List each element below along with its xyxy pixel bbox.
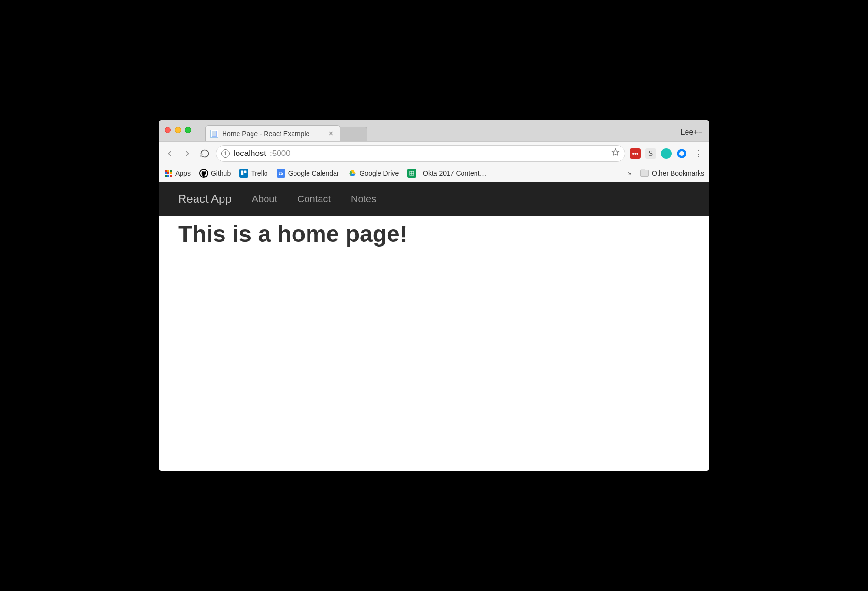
address-bar[interactable]: i localhost:5000 bbox=[216, 145, 625, 162]
svg-point-1 bbox=[678, 150, 686, 157]
extension-lastpass-icon[interactable]: ••• bbox=[630, 148, 641, 159]
bookmark-label: Google Drive bbox=[360, 169, 399, 177]
bookmark-label: Trello bbox=[251, 169, 268, 177]
app-navbar: React App About Contact Notes bbox=[159, 182, 709, 216]
bookmarks-bar: Apps Github Trello 25 Google Calendar Go… bbox=[159, 165, 709, 182]
nav-link-about[interactable]: About bbox=[252, 194, 277, 205]
trello-icon bbox=[239, 169, 248, 178]
extension-ring-icon[interactable] bbox=[676, 148, 687, 159]
extension-teal-icon[interactable] bbox=[661, 148, 672, 159]
bookmarks-overflow-button[interactable]: » bbox=[628, 169, 631, 177]
minimize-window-button[interactable] bbox=[175, 127, 181, 133]
other-bookmarks-button[interactable]: Other Bookmarks bbox=[640, 169, 704, 177]
drive-icon bbox=[348, 169, 357, 178]
maximize-window-button[interactable] bbox=[185, 127, 191, 133]
bookmark-label: Apps bbox=[175, 169, 191, 177]
window-controls bbox=[165, 127, 191, 133]
github-icon bbox=[199, 169, 208, 178]
svg-rect-2 bbox=[241, 171, 244, 175]
calendar-icon: 25 bbox=[277, 169, 285, 178]
tab-strip: Home Page - React Example × Lee++ bbox=[205, 120, 709, 141]
bookmark-google-calendar[interactable]: 25 Google Calendar bbox=[277, 169, 339, 178]
nav-link-contact[interactable]: Contact bbox=[297, 194, 331, 205]
bookmark-star-icon[interactable] bbox=[611, 148, 620, 159]
app-brand[interactable]: React App bbox=[178, 192, 232, 206]
page-content: This is a home page! bbox=[159, 216, 709, 471]
bookmark-google-drive[interactable]: Google Drive bbox=[348, 169, 399, 178]
other-bookmarks-label: Other Bookmarks bbox=[652, 169, 704, 177]
bookmark-label: _Okta 2017 Content… bbox=[419, 169, 486, 177]
bookmark-label: Google Calendar bbox=[288, 169, 339, 177]
apps-icon bbox=[164, 169, 172, 178]
close-tab-button[interactable]: × bbox=[327, 130, 335, 138]
svg-rect-3 bbox=[244, 171, 247, 173]
close-window-button[interactable] bbox=[165, 127, 171, 133]
folder-icon bbox=[640, 170, 649, 177]
bookmark-trello[interactable]: Trello bbox=[239, 169, 268, 178]
new-tab-button[interactable] bbox=[338, 127, 367, 141]
favicon-icon bbox=[210, 130, 218, 138]
bookmark-okta-sheet[interactable]: _Okta 2017 Content… bbox=[407, 169, 486, 178]
bookmark-label: Github bbox=[211, 169, 231, 177]
extensions: ••• S ⋮ bbox=[630, 148, 704, 159]
browser-tab-active[interactable]: Home Page - React Example × bbox=[205, 125, 340, 141]
back-button[interactable] bbox=[164, 147, 176, 160]
nav-link-notes[interactable]: Notes bbox=[351, 194, 376, 205]
bookmark-apps[interactable]: Apps bbox=[164, 169, 191, 178]
titlebar: Home Page - React Example × Lee++ bbox=[159, 120, 709, 141]
sheets-icon bbox=[407, 169, 416, 178]
url-port: :5000 bbox=[270, 149, 291, 158]
extension-s-icon[interactable]: S bbox=[645, 148, 656, 159]
site-info-icon[interactable]: i bbox=[221, 149, 230, 158]
svg-marker-0 bbox=[612, 149, 619, 155]
page-heading: This is a home page! bbox=[178, 221, 690, 247]
browser-window: Home Page - React Example × Lee++ i loca… bbox=[159, 120, 709, 471]
chrome-menu-button[interactable]: ⋮ bbox=[692, 149, 704, 158]
profile-name[interactable]: Lee++ bbox=[681, 128, 709, 141]
bookmark-github[interactable]: Github bbox=[199, 169, 231, 178]
forward-button[interactable] bbox=[181, 147, 194, 160]
url-host: localhost bbox=[234, 149, 266, 158]
tab-title: Home Page - React Example bbox=[222, 130, 309, 138]
reload-button[interactable] bbox=[198, 147, 211, 160]
toolbar: i localhost:5000 ••• S ⋮ bbox=[159, 141, 709, 165]
